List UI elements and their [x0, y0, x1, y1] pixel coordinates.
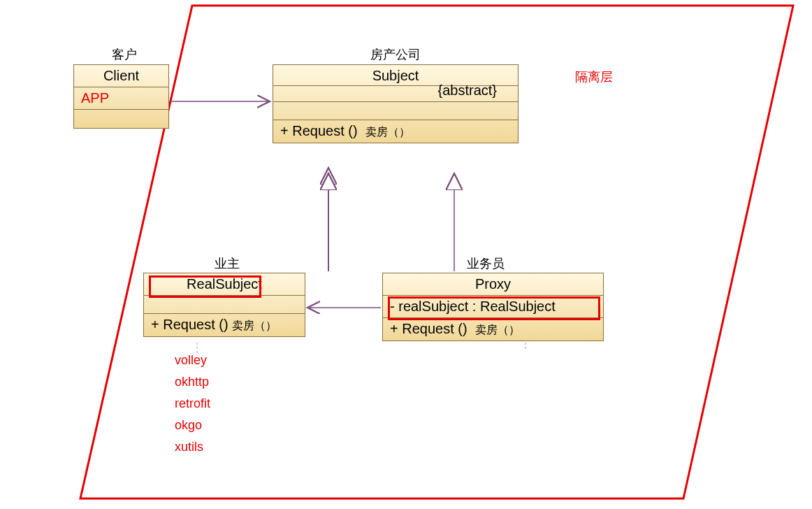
- lib-item: xutils: [175, 440, 210, 454]
- subject-stereotype-row: {abstract}: [273, 83, 518, 102]
- lib-item: retrofit: [175, 396, 210, 411]
- proxy-method: + Request (): [390, 321, 467, 336]
- client-name-row: Client: [74, 65, 168, 87]
- diagram-canvas: 隔离层 客户 Client APP 房产公司 Subject {abstract…: [0, 0, 812, 509]
- realsubject-role-label: 业主: [215, 255, 240, 272]
- subject-method-cn: 卖房（）: [365, 126, 410, 138]
- realsubject-empty-row: [144, 296, 305, 314]
- client-role-label: 客户: [112, 46, 137, 63]
- lib-item: okgo: [175, 418, 210, 433]
- client-uml: Client APP: [73, 64, 169, 129]
- subject-uml: Subject {abstract} + Request () 卖房（）: [273, 64, 519, 143]
- subject-method: + Request (): [280, 123, 358, 138]
- proxy-method-cn: 卖房（）: [475, 324, 520, 336]
- proxy-field-row: - realSubject : RealSubject: [383, 296, 603, 318]
- realsubject-method-row: + Request () 卖房（）: [144, 314, 305, 336]
- svg-line-8: [304, 271, 328, 283]
- proxy-method-row: + Request () 卖房（）: [383, 318, 603, 340]
- isolation-layer-label: 隔离层: [575, 69, 613, 85]
- realsubject-method: + Request (): [151, 317, 229, 332]
- realsubject-method-cn: 卖房（）: [232, 320, 277, 331]
- lib-item: okhttp: [175, 375, 210, 389]
- client-empty-row: [74, 110, 168, 128]
- subject-method-row: + Request () 卖房（）: [273, 120, 518, 143]
- subject-role-label: 房产公司: [370, 46, 421, 63]
- realsubject-name-row: RealSubject: [144, 273, 305, 296]
- realsubject-uml: RealSubject + Request () 卖房（）: [143, 273, 305, 337]
- libs-list: volley okhttp retrofit okgo xutils: [175, 353, 210, 454]
- client-annotation-row: APP: [74, 87, 168, 110]
- proxy-role-label: 业务员: [467, 255, 505, 272]
- subject-empty-row: [273, 102, 518, 120]
- lib-item: volley: [175, 353, 210, 368]
- proxy-name-row: Proxy: [383, 273, 603, 296]
- proxy-uml: Proxy - realSubject : RealSubject + Requ…: [382, 273, 604, 341]
